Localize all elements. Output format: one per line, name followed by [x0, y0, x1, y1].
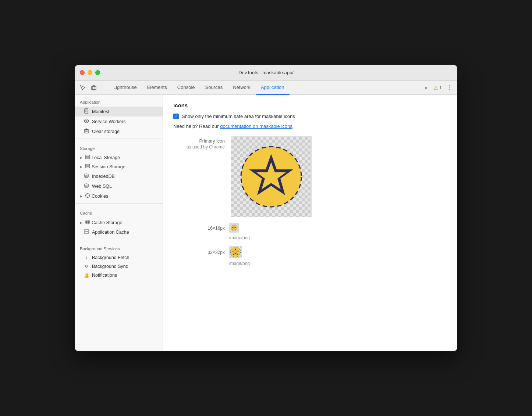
- svg-point-27: [87, 196, 88, 197]
- cookies-icon: [85, 193, 90, 199]
- toolbar-icons: [78, 83, 99, 93]
- cache-storage-arrow: ▶: [80, 221, 84, 225]
- device-toggle-button[interactable]: [89, 83, 99, 93]
- indexeddb-label: IndexedDB: [92, 174, 115, 179]
- bg-fetch-label: Background Fetch: [92, 255, 129, 260]
- tab-lighthouse[interactable]: Lighthouse: [108, 81, 142, 95]
- icon-32-type: image/png: [229, 261, 250, 266]
- notifications-label: Notifications: [92, 273, 117, 278]
- svg-point-21: [89, 167, 90, 168]
- icon-32-row: 32×32px: [173, 246, 447, 258]
- more-tabs-button[interactable]: »: [421, 83, 431, 93]
- toolbar-right: » ⚠ 1 ⋮: [421, 83, 454, 93]
- notifications-icon: 🔔: [84, 273, 89, 278]
- tab-elements[interactable]: Elements: [142, 81, 172, 95]
- checkbox-label: Show only the minimum safe area for mask…: [182, 114, 295, 119]
- sidebar-item-clear-storage[interactable]: Clear storage: [75, 126, 163, 136]
- more-options-button[interactable]: ⋮: [444, 83, 454, 93]
- svg-point-20: [89, 165, 90, 165]
- icon-32-display: [229, 246, 242, 258]
- toolbar: Lighthouse Elements Console Sources Netw…: [75, 81, 457, 95]
- web-sql-label: Web SQL: [92, 184, 112, 189]
- sidebar-item-notifications[interactable]: 🔔 Notifications: [75, 271, 163, 280]
- local-storage-icon: [85, 155, 90, 160]
- primary-icon-row: Primary icon as used by Chrome: [173, 136, 447, 217]
- maximize-button[interactable]: [95, 70, 100, 75]
- help-text-after: .: [292, 123, 294, 129]
- svg-point-23: [85, 184, 88, 185]
- web-sql-icon: [84, 183, 89, 189]
- traffic-lights: [80, 70, 100, 75]
- indexeddb-icon: [84, 173, 89, 179]
- cache-storage-label: Cache Storage: [92, 220, 122, 225]
- help-text: Need help? Read our documentation on mas…: [173, 123, 447, 129]
- tab-console[interactable]: Console: [172, 81, 200, 95]
- devtools-window: DevTools - maskable.app/ Lighthouse Elem…: [75, 65, 457, 351]
- tab-list: Lighthouse Elements Console Sources Netw…: [108, 81, 419, 95]
- bg-services-section-header: Background Services: [75, 241, 163, 253]
- close-button[interactable]: [80, 70, 85, 75]
- inspect-element-button[interactable]: [78, 83, 88, 93]
- main-content: Application Manifest: [75, 95, 457, 351]
- storage-section-header: Storage: [75, 141, 163, 153]
- sidebar-item-bg-fetch[interactable]: ↕ Background Fetch: [75, 253, 163, 262]
- svg-point-6: [85, 119, 89, 123]
- toolbar-divider: [105, 84, 105, 92]
- sidebar-item-manifest[interactable]: Manifest: [75, 107, 163, 116]
- svg-point-26: [88, 195, 89, 196]
- manifest-icon: [84, 108, 89, 115]
- checkmark-icon: ✓: [175, 115, 178, 118]
- svg-point-22: [85, 174, 88, 175]
- session-storage-arrow: ▶: [80, 165, 84, 169]
- sidebar-item-service-workers[interactable]: Service Workers: [75, 116, 163, 126]
- svg-point-7: [86, 120, 87, 122]
- manifest-label: Manifest: [92, 109, 109, 114]
- svg-rect-10: [86, 129, 87, 129]
- maskable-checkbox[interactable]: ✓: [173, 114, 179, 119]
- application-cache-label: Application Cache: [92, 230, 129, 235]
- session-storage-label: Session Storage: [92, 164, 125, 169]
- bg-sync-label: Background Sync: [92, 264, 128, 269]
- cache-section-header: Cache: [75, 206, 163, 218]
- application-cache-icon: [84, 229, 89, 235]
- svg-rect-0: [92, 86, 96, 90]
- panel-section-title: Icons: [173, 102, 447, 108]
- window-title: DevTools - maskable.app/: [238, 70, 294, 75]
- warning-count: 1: [439, 85, 442, 90]
- application-section-header: Application: [75, 95, 163, 107]
- svg-point-17: [89, 158, 90, 158]
- session-storage-icon: [85, 164, 90, 169]
- cache-storage-icon: [85, 219, 90, 226]
- help-link[interactable]: documentation on maskable icons: [220, 123, 292, 129]
- icon-32-size: 32×32px: [208, 250, 225, 255]
- primary-icon-display: [231, 136, 312, 217]
- clear-storage-icon: [84, 128, 89, 135]
- icon-16-display: [229, 223, 239, 233]
- sidebar-item-application-cache[interactable]: Application Cache: [75, 227, 163, 237]
- titlebar: DevTools - maskable.app/: [75, 65, 457, 81]
- sidebar-divider-1: [75, 139, 163, 139]
- sidebar-item-indexeddb[interactable]: IndexedDB: [75, 171, 163, 181]
- sidebar-item-cookies[interactable]: ▶ Cookies: [75, 191, 163, 201]
- sidebar-item-web-sql[interactable]: Web SQL: [75, 181, 163, 191]
- cookies-arrow: ▶: [80, 194, 84, 198]
- clear-storage-label: Clear storage: [92, 129, 120, 134]
- svg-point-28: [86, 220, 89, 222]
- primary-icon-label-col: Primary icon as used by Chrome: [173, 136, 225, 150]
- cookies-label: Cookies: [92, 194, 108, 199]
- tab-network[interactable]: Network: [228, 81, 256, 95]
- sidebar-item-local-storage[interactable]: ▶ Local Storage: [75, 153, 163, 162]
- tab-application[interactable]: Application: [256, 81, 290, 95]
- sidebar-item-bg-sync[interactable]: ↻ Background Sync: [75, 262, 163, 271]
- bg-fetch-icon: ↕: [84, 255, 89, 260]
- sidebar-item-session-storage[interactable]: ▶ Session Storage: [75, 162, 163, 171]
- help-text-before: Need help? Read our: [173, 123, 220, 129]
- sidebar-item-cache-storage[interactable]: ▶ Cache Storage: [75, 218, 163, 227]
- minimize-button[interactable]: [88, 70, 92, 75]
- svg-point-24: [86, 194, 90, 198]
- svg-rect-29: [84, 230, 89, 231]
- tab-sources[interactable]: Sources: [200, 81, 228, 95]
- sidebar-divider-2: [75, 203, 163, 204]
- bg-sync-icon: ↻: [84, 264, 89, 269]
- sidebar: Application Manifest: [75, 95, 163, 351]
